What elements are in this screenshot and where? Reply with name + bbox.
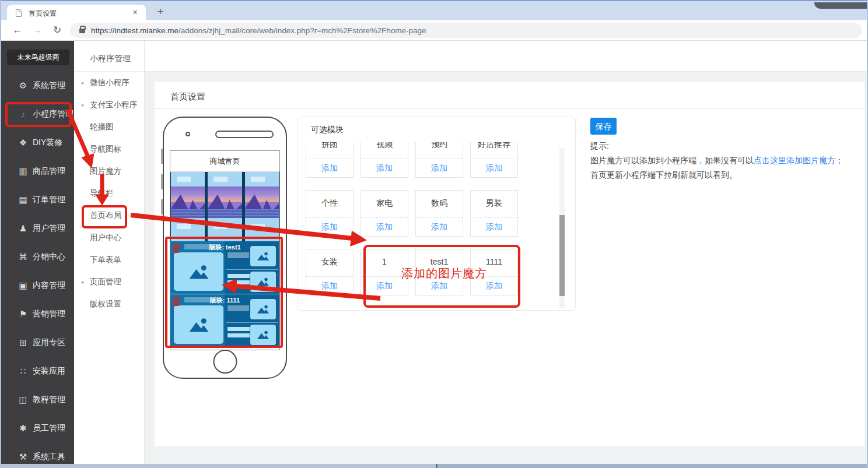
tab-close-icon[interactable]: × [130, 8, 140, 17]
sidebar-item-label: 商品管理 [33, 166, 65, 177]
submenu-title: 小程序管理 [74, 41, 144, 72]
sidebar-item-label: 小程序管理 [33, 109, 74, 119]
delete-trash-icon[interactable] [173, 297, 180, 306]
image-placeholder-icon [188, 317, 209, 333]
sidebar-item-staff-management[interactable]: ✱员工管理 [1, 414, 74, 442]
image-tile [250, 325, 276, 345]
module-add-link[interactable]: 添加 [361, 217, 408, 236]
submenu-item-user-center[interactable]: 用户中心 [74, 227, 144, 249]
submenu-item-nav-icons[interactable]: 导航图标 [74, 138, 144, 160]
window-controls-shadow [814, 2, 867, 9]
module-add-link[interactable]: 添加 [471, 159, 517, 177]
module-cell: 预约添加 [415, 142, 463, 178]
horizontal-scrollbar-thumb[interactable] [436, 464, 868, 468]
text-bar [228, 274, 250, 278]
sidebar-item-install-app[interactable]: ∷安装应用 [1, 357, 74, 385]
modules-scrollbar[interactable] [559, 148, 565, 308]
module-add-link[interactable]: 添加 [361, 276, 408, 295]
marketing-management-icon: ⚑ [18, 309, 29, 319]
new-tab-button[interactable]: + [154, 6, 167, 19]
submenu-item-image-cube[interactable]: 图片魔方 [74, 160, 144, 182]
module-add-link[interactable]: 添加 [416, 276, 463, 295]
image-cube-sections: 版块: test1版块: 1111 [170, 241, 279, 346]
submenu-item-label: 版权设置 [90, 300, 121, 308]
banner-slide [171, 172, 205, 241]
sidebar-item-content-management[interactable]: ▣内容管理 [1, 271, 74, 300]
staff-management-icon: ✱ [18, 423, 29, 434]
image-cube-section[interactable]: 版块: 1111 [170, 294, 279, 346]
shop-name[interactable]: 未来鸟超级商 [7, 50, 69, 65]
miniprogram-management-icon: ♪ [18, 109, 29, 119]
main-content: 首页设置 商城首页 版块: test1版 [145, 41, 867, 468]
module-add-link[interactable]: 添加 [471, 276, 517, 295]
lock-icon [79, 29, 85, 33]
app-zone-icon: ⊞ [18, 337, 29, 348]
phone-preview: 商城首页 版块: test1版块: 1111 [163, 117, 287, 379]
module-add-link[interactable]: 添加 [306, 276, 353, 295]
phone-screen: 商城首页 版块: test1版块: 1111 [170, 150, 280, 350]
sidebar-item-label: 营销管理 [33, 309, 65, 319]
module-add-link[interactable]: 添加 [306, 217, 353, 236]
tips-line1-suffix: ； [835, 156, 844, 165]
add-image-cube-link[interactable]: 点击这里添加图片魔方 [754, 156, 835, 165]
submenu-item-copyright-settings[interactable]: 版权设置 [74, 293, 144, 315]
reload-icon[interactable]: ↻ [50, 23, 64, 37]
submenu-item-nav-bar[interactable]: 导航栏 [74, 182, 144, 205]
sidebar-item-miniprogram-management[interactable]: ♪小程序管理 [1, 100, 74, 128]
order-management-icon: ▤ [18, 195, 29, 205]
save-button[interactable]: 保存 [590, 118, 617, 135]
submenu-item-home-layout[interactable]: 首页布局 [74, 205, 144, 227]
sidebar-item-marketing-management[interactable]: ⚑营销管理 [1, 300, 74, 328]
module-cell: 家电添加 [360, 190, 408, 237]
submenu-item-wechat-miniprogram[interactable]: ▸微信小程序 [74, 72, 144, 94]
module-cell: 1添加 [360, 249, 408, 295]
sidebar-item-app-zone[interactable]: ⊞应用专区 [1, 328, 74, 357]
submenu-item-label: 轮播图 [90, 122, 114, 131]
image-placeholder-icon [257, 304, 270, 314]
submenu-item-alipay-miniprogram[interactable]: ▸支付宝小程序 [74, 94, 144, 116]
module-add-link[interactable]: 添加 [416, 159, 463, 177]
scrollbar-thumb[interactable] [559, 215, 565, 296]
phone-side-button [161, 199, 163, 214]
modules-row: 个性添加家电添加数码添加男装添加 [306, 190, 558, 237]
sidebar-item-order-management[interactable]: ▤订单管理 [1, 185, 74, 214]
sidebar-item-goods-management[interactable]: ▥商品管理 [1, 157, 74, 185]
url-path: /addons/zjhj_mall/core/web/index.php?r=m… [178, 26, 426, 35]
url-bar[interactable]: https://indtest.mianke.me/addons/zjhj_ma… [70, 23, 862, 38]
distribution-center-icon: ⌘ [18, 252, 29, 262]
submenu-item-label: 首页布局 [90, 211, 121, 220]
image-cube-section[interactable]: 版块: test1 [170, 241, 279, 294]
sidebar-item-label: 订单管理 [33, 195, 65, 205]
module-add-link[interactable]: 添加 [471, 217, 517, 236]
submenu-item-carousel[interactable]: 轮播图 [74, 116, 144, 138]
submenu-item-label: 页面管理 [90, 277, 121, 286]
primary-sidebar: 未来鸟超级商 ⚙系统管理♪小程序管理❖DIY装修▥商品管理▤订单管理♟用户管理⌘… [1, 41, 74, 468]
browser-tab[interactable]: 首页设置 × [7, 5, 146, 21]
submenu-item-page-management[interactable]: ▸页面管理 [74, 271, 144, 293]
module-cell: 数码添加 [415, 190, 463, 237]
tips-block: 提示: 图片魔方可以添加到小程序端，如果没有可以点击这里添加图片魔方； 首页更新… [590, 139, 868, 182]
sidebar-item-distribution-center[interactable]: ⌘分销中心 [1, 242, 74, 271]
submenu-item-label: 图片魔方 [90, 167, 121, 175]
delete-trash-icon[interactable] [173, 244, 180, 253]
modules-panel-title: 可选模块 [298, 117, 575, 135]
sidebar-item-user-management[interactable]: ♟用户管理 [1, 214, 74, 242]
back-icon[interactable]: ← [10, 23, 24, 37]
tips-line2: 首页更新小程序端下拉刷新就可以看到。 [590, 168, 868, 182]
sidebar-item-label: 应用专区 [33, 337, 65, 348]
module-add-link[interactable]: 添加 [416, 217, 463, 236]
modules-viewport: 拼团添加视频添加预约添加好店推荐添加个性添加家电添加数码添加男装添加女装添加1添… [299, 142, 558, 309]
module-cell: test1添加 [415, 249, 463, 295]
module-add-link[interactable]: 添加 [361, 159, 408, 177]
sidebar-item-system-management[interactable]: ⚙系统管理 [1, 71, 74, 100]
submenu-item-label: 导航图标 [90, 145, 121, 153]
sidebar-item-tutorial-management[interactable]: ◫教程管理 [1, 385, 74, 414]
document-icon [16, 9, 22, 17]
module-add-link[interactable]: 添加 [306, 159, 353, 177]
image-tile [174, 252, 223, 291]
sidebar-item-diy-decoration[interactable]: ❖DIY装修 [1, 128, 74, 157]
submenu-item-order-form[interactable]: 下单表单 [74, 249, 144, 271]
module-name: 数码 [416, 191, 463, 217]
horizontal-scrollbar[interactable] [1, 464, 867, 468]
tips-line1: 图片魔方可以添加到小程序端，如果没有可以点击这里添加图片魔方； [590, 153, 868, 168]
